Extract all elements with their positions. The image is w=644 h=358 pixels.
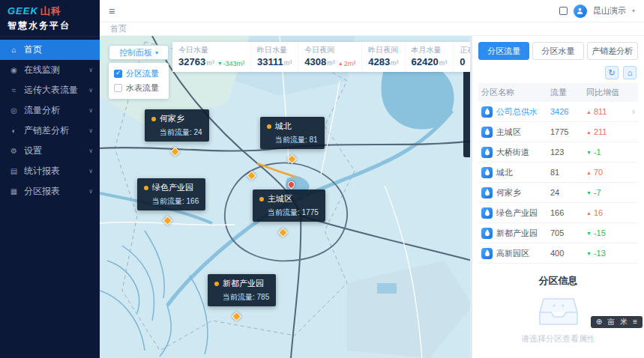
sidebar-item[interactable]: ▤ 统计报表: [0, 161, 100, 181]
table-row[interactable]: 公司总供水 3426 811: [478, 102, 638, 122]
stat-value: 32763: [178, 56, 205, 67]
stat-label: 本月水量: [412, 45, 448, 55]
trend-arrow-icon: [217, 61, 223, 66]
stat-card: 昨日水量 33111 m³: [250, 42, 298, 72]
control-panel-label: 控制面板: [119, 47, 152, 58]
chevron-down-icon: [88, 127, 100, 134]
logo-shanke: 山科: [40, 5, 61, 16]
table-row[interactable]: 主城区 1775 211: [478, 122, 638, 142]
map-marker-icon[interactable]: [286, 180, 296, 189]
stat-card: 今日夜间 4308 m³ 2m³: [298, 42, 361, 72]
layer-checkbox[interactable]: 分区流量: [114, 67, 163, 81]
right-panel: 分区流量分区水量产销差分析 ↻⌂ 分区名称流量同比增值 公司总供水 3426 8…: [472, 36, 644, 358]
zoom-icon[interactable]: ⊕: [596, 318, 602, 327]
chevron-down-icon: [88, 188, 100, 195]
zone-name: 新都产业园: [496, 228, 538, 239]
distance-measure-icon[interactable]: 米: [620, 318, 628, 327]
panel-tab[interactable]: 产销差分析: [587, 42, 638, 60]
layers-icon[interactable]: ≡: [633, 318, 637, 327]
empty-inbox-icon: [538, 296, 580, 327]
zone-flow: 166: [550, 208, 586, 217]
stat-unit: m³: [206, 59, 214, 67]
map-marker-icon[interactable]: [170, 147, 180, 157]
layer-checkbox[interactable]: 水表流量: [114, 81, 163, 95]
trend-arrow-icon: [586, 150, 592, 155]
zone-name: 高新园区: [496, 248, 529, 259]
zone-flow: 705: [550, 228, 586, 237]
trend-arrow-icon: [586, 251, 592, 256]
logo-geek: GEEK: [7, 5, 38, 16]
panel-tab[interactable]: 分区流量: [478, 42, 529, 60]
trend-arrow-icon: [586, 210, 592, 216]
zone-flow: 24: [550, 188, 586, 197]
table-row[interactable]: 新都产业园 705 -15: [478, 223, 638, 243]
chevron-down-icon[interactable]: ▾: [632, 7, 635, 14]
table-row[interactable]: 绿色产业园 166 16: [478, 203, 638, 223]
panel-tab[interactable]: 分区水量: [532, 42, 583, 60]
sidebar-item-label: 产销差分析: [24, 124, 69, 137]
stat-value: 62420: [412, 56, 439, 67]
sidebar-item[interactable]: ⌂ 首页: [0, 40, 100, 60]
area-measure-icon[interactable]: 亩: [607, 318, 615, 327]
chevron-down-icon: [88, 148, 100, 154]
table-row[interactable]: 何家乡 24 -7: [478, 183, 638, 203]
sidebar-item[interactable]: ⚙ 设置: [0, 141, 100, 161]
stat-unit: m³: [439, 59, 448, 67]
water-drop-icon: [481, 187, 493, 198]
map-marker-icon[interactable]: [278, 228, 288, 237]
refresh-button[interactable]: ↻: [605, 66, 619, 79]
username[interactable]: 昆山演示: [593, 5, 626, 16]
sidebar-item-icon: ◐: [9, 127, 19, 135]
sidebar-item-icon: ▤: [9, 167, 19, 175]
sidebar-item[interactable]: ◉ 在线监测: [0, 60, 100, 80]
zone-delta: -13: [594, 249, 606, 258]
stat-unit: m³: [284, 59, 292, 67]
map-marker-icon[interactable]: [163, 216, 172, 225]
map-marker-icon[interactable]: [247, 171, 256, 180]
zone-flow: 81: [550, 168, 586, 177]
table-header-cell: 同比增值: [586, 87, 635, 98]
breadcrumb[interactable]: 首页: [110, 23, 127, 34]
map-marker-icon[interactable]: [287, 154, 297, 164]
stat-card: 今日水量 32763 m³ -343m³: [172, 42, 250, 72]
table-row[interactable]: 大桥街道 123 -1: [478, 142, 638, 163]
collapsed-legend[interactable]: [463, 67, 470, 157]
trend-arrow-icon: [338, 61, 343, 66]
water-drop-icon: [481, 147, 493, 158]
avatar[interactable]: [574, 4, 587, 18]
stat-unit: m³: [327, 59, 335, 67]
trend-arrow-icon: [586, 170, 592, 175]
stats-bar: 今日水量 32763 m³ -343m³ 昨日水量 33111 m³ 今日夜间 …: [172, 42, 470, 72]
stat-label: 今日夜间: [304, 45, 355, 55]
zone-flow: 3426: [550, 107, 586, 116]
home-button[interactable]: ⌂: [623, 66, 637, 79]
empty-state-text: 请选择分区查看属性: [521, 333, 595, 345]
table-header-cell: 流量: [550, 87, 586, 98]
stat-card: 昨日夜间 4283 m³: [361, 42, 404, 72]
fullscreen-icon[interactable]: [559, 7, 568, 15]
stat-card: 正在报警 0: [453, 42, 470, 72]
control-panel-toggle[interactable]: 控制面板 ▾: [109, 45, 169, 60]
sidebar-item[interactable]: ◎ 流量分析: [0, 100, 100, 121]
water-drop-icon: [481, 106, 493, 118]
sidebar-item[interactable]: ≈ 远传大表流量: [0, 80, 100, 100]
app-logo: GEEK山科 智慧水务平台: [0, 0, 100, 37]
zone-table: 公司总供水 3426 811 主城区 1775 211 大桥街道 123: [478, 102, 638, 264]
chevron-down-icon: [88, 87, 100, 94]
stat-value: 4283: [368, 56, 390, 67]
sidebar-item[interactable]: ▦ 分区报表: [0, 181, 100, 201]
stat-label: 昨日水量: [257, 45, 292, 55]
table-row[interactable]: 高新园区 400 -13: [478, 243, 638, 264]
menu-collapse-icon[interactable]: ≡: [109, 5, 115, 17]
zone-delta: 70: [594, 168, 603, 177]
table-row[interactable]: 城北 81 70: [478, 163, 638, 183]
water-drop-icon: [481, 228, 493, 239]
chevron-down-icon: [88, 168, 100, 175]
water-drop-icon: [481, 167, 493, 178]
map[interactable]: 今日水量 32763 m³ -343m³ 昨日水量 33111 m³ 今日夜间 …: [100, 36, 470, 358]
layer-options: 分区流量 水表流量: [109, 63, 169, 99]
map-marker-icon[interactable]: [232, 312, 241, 321]
control-panel: 控制面板 ▾ 分区流量 水表流量: [109, 45, 169, 99]
stat-label: 正在报警: [460, 45, 470, 55]
sidebar-item[interactable]: ◐ 产销差分析: [0, 121, 100, 141]
